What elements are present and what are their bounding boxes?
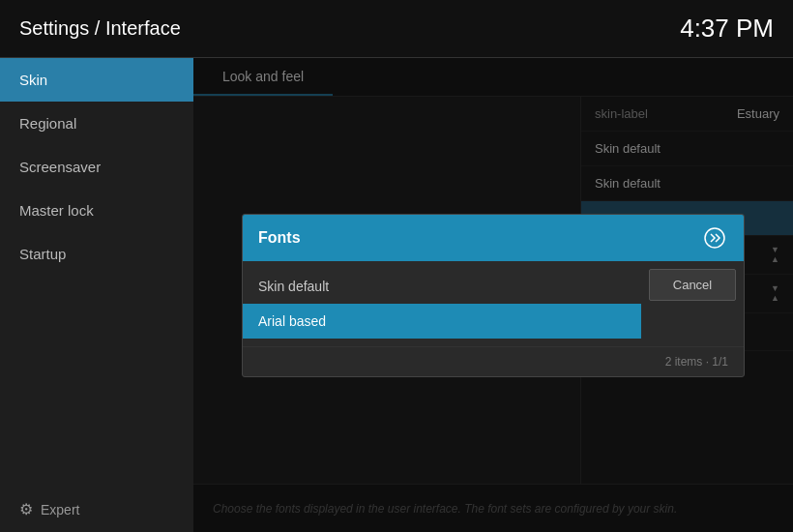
- sidebar-item-skin[interactable]: Skin: [0, 58, 193, 102]
- modal-overlay: Fonts Skin default: [193, 58, 793, 532]
- sidebar-item-startup[interactable]: Startup: [0, 232, 193, 276]
- main-layout: Skin Regional Screensaver Master lock St…: [0, 58, 793, 532]
- modal-header: Fonts: [243, 215, 744, 261]
- fonts-list: Skin default Arial based: [243, 261, 641, 346]
- gear-icon: ⚙: [19, 500, 33, 518]
- sidebar-item-master-lock[interactable]: Master lock: [0, 189, 193, 232]
- modal-body: Skin default Arial based Cancel: [243, 261, 744, 346]
- kodi-icon: [701, 224, 728, 251]
- items-count: 2 items · 1/1: [665, 355, 728, 369]
- clock: 4:37 PM: [680, 14, 774, 44]
- content-area: Look and feel skin-label Estuary Skin de…: [193, 58, 793, 532]
- sidebar: Skin Regional Screensaver Master lock St…: [0, 58, 193, 532]
- page-title: Settings / Interface: [19, 17, 181, 40]
- app-header: Settings / Interface 4:37 PM: [0, 0, 793, 58]
- modal-footer: 2 items · 1/1: [243, 346, 744, 376]
- expert-button[interactable]: ⚙ Expert: [0, 487, 193, 532]
- sidebar-item-regional[interactable]: Regional: [0, 102, 193, 145]
- modal-title: Fonts: [258, 229, 301, 247]
- modal-buttons: Cancel: [641, 261, 744, 346]
- font-option-arial-based[interactable]: Arial based: [243, 304, 641, 339]
- cancel-button[interactable]: Cancel: [649, 269, 736, 301]
- fonts-modal: Fonts Skin default: [242, 214, 745, 377]
- font-option-skin-default[interactable]: Skin default: [243, 269, 641, 304]
- sidebar-item-screensaver[interactable]: Screensaver: [0, 145, 193, 189]
